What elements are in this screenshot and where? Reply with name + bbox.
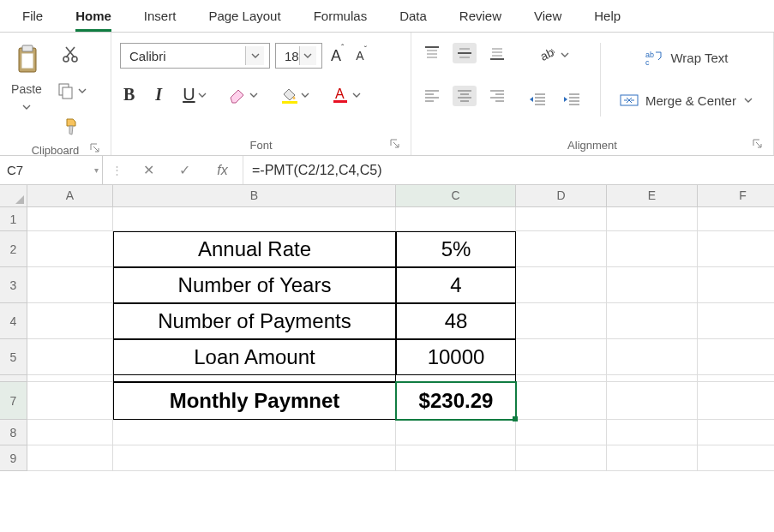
cell-c9[interactable]	[396, 445, 516, 471]
increase-font-button[interactable]: Aˆ	[327, 45, 347, 68]
tab-insert[interactable]: Insert	[144, 5, 177, 32]
tab-view[interactable]: View	[534, 5, 561, 32]
merge-center-button[interactable]: Merge & Center	[616, 89, 757, 111]
cell-c7[interactable]: $230.29	[396, 382, 516, 420]
paste-dropdown[interactable]	[18, 99, 35, 115]
cell-a7[interactable]	[27, 382, 113, 420]
cell-a2[interactable]	[27, 231, 113, 267]
cell-f2[interactable]	[698, 231, 774, 267]
col-header-c[interactable]: C	[396, 185, 516, 207]
increase-indent-button[interactable]	[559, 89, 585, 110]
font-name-select[interactable]: Calibri	[120, 43, 270, 69]
fill-color-button[interactable]	[276, 83, 314, 107]
tab-formulas[interactable]: Formulas	[314, 5, 368, 32]
cell-c1[interactable]	[396, 207, 516, 231]
bold-button[interactable]: B	[120, 82, 138, 107]
row-header-6-collapsed[interactable]	[0, 375, 27, 382]
enter-formula-button[interactable]: ✓	[166, 156, 202, 184]
row-header-2[interactable]: 2	[0, 231, 27, 267]
cell-c3[interactable]: 4	[396, 267, 516, 303]
insert-function-button[interactable]: fx	[202, 156, 243, 184]
tab-review[interactable]: Review	[459, 5, 501, 32]
orientation-button[interactable]: ab	[536, 43, 573, 67]
row-header-4[interactable]: 4	[0, 303, 27, 339]
cell-b2[interactable]: Annual Rate	[113, 231, 396, 267]
row-header-5[interactable]: 5	[0, 339, 27, 375]
col-header-d[interactable]: D	[516, 185, 607, 207]
col-header-a[interactable]: A	[27, 185, 113, 207]
cell-e3[interactable]	[607, 267, 698, 303]
name-box-resize[interactable]: ⋮	[103, 156, 130, 184]
cell-b1[interactable]	[113, 207, 396, 231]
cell-d9[interactable]	[516, 445, 607, 471]
cell-b9[interactable]	[113, 445, 396, 471]
cell-a6[interactable]	[27, 375, 113, 382]
cell-d1[interactable]	[516, 207, 607, 231]
format-painter-button[interactable]	[58, 115, 86, 140]
cell-a1[interactable]	[27, 207, 113, 231]
name-box[interactable]: C7 ▾	[0, 156, 103, 184]
decrease-font-button[interactable]: Aˇ	[352, 46, 370, 65]
cell-f3[interactable]	[698, 267, 774, 303]
align-middle-button[interactable]	[453, 43, 477, 63]
font-color-button[interactable]: A	[327, 83, 365, 107]
select-all-corner[interactable]	[0, 185, 27, 207]
copy-button[interactable]	[53, 79, 91, 103]
cell-a9[interactable]	[27, 445, 113, 471]
align-center-button[interactable]	[453, 86, 477, 106]
cell-b4[interactable]: Number of Payments	[113, 303, 396, 339]
tab-help[interactable]: Help	[594, 5, 621, 32]
cell-a4[interactable]	[27, 303, 113, 339]
tab-home[interactable]: Home	[75, 5, 111, 32]
cut-button[interactable]	[59, 43, 85, 67]
cell-e2[interactable]	[607, 231, 698, 267]
cell-d3[interactable]	[516, 267, 607, 303]
tab-page-layout[interactable]: Page Layout	[208, 5, 280, 32]
cell-c2[interactable]: 5%	[396, 231, 516, 267]
cell-b3[interactable]: Number of Years	[113, 267, 396, 303]
align-left-button[interactable]	[420, 86, 444, 106]
cell-d6[interactable]	[516, 375, 607, 382]
cell-d2[interactable]	[516, 231, 607, 267]
cell-f9[interactable]	[698, 445, 774, 471]
row-header-9[interactable]: 9	[0, 445, 27, 471]
col-header-f[interactable]: F	[698, 185, 774, 207]
tab-file[interactable]: File	[22, 5, 43, 32]
cell-a5[interactable]	[27, 339, 113, 375]
cell-e8[interactable]	[607, 420, 698, 445]
col-header-e[interactable]: E	[607, 185, 698, 207]
cell-e7[interactable]	[607, 382, 698, 420]
cell-f6[interactable]	[698, 375, 774, 382]
cell-f5[interactable]	[698, 339, 774, 375]
row-header-3[interactable]: 3	[0, 267, 27, 303]
tab-data[interactable]: Data	[399, 5, 427, 32]
cell-e6[interactable]	[607, 375, 698, 382]
align-right-button[interactable]	[485, 86, 509, 106]
row-header-1[interactable]: 1	[0, 207, 27, 231]
cell-e5[interactable]	[607, 339, 698, 375]
cancel-formula-button[interactable]: ✕	[130, 156, 166, 184]
cell-c5[interactable]: 10000	[396, 339, 516, 375]
clipboard-launcher[interactable]	[90, 143, 102, 155]
font-size-select[interactable]: 18	[275, 43, 322, 69]
cell-c4[interactable]: 48	[396, 303, 516, 339]
cell-b6[interactable]	[113, 375, 396, 382]
font-launcher[interactable]	[390, 139, 402, 151]
row-header-8[interactable]: 8	[0, 420, 27, 445]
cell-e9[interactable]	[607, 445, 698, 471]
cell-f8[interactable]	[698, 420, 774, 445]
align-top-button[interactable]	[420, 43, 444, 63]
cell-a8[interactable]	[27, 420, 113, 445]
underline-button[interactable]: U	[179, 82, 210, 107]
cell-b7[interactable]: Monthly Paymnet	[113, 382, 396, 420]
align-bottom-button[interactable]	[485, 43, 509, 63]
borders-button[interactable]	[225, 83, 262, 107]
cell-c8[interactable]	[396, 420, 516, 445]
paste-button[interactable]	[9, 41, 45, 79]
cell-b8[interactable]	[113, 420, 396, 445]
cell-f7[interactable]	[698, 382, 774, 420]
row-header-7[interactable]: 7	[0, 382, 27, 420]
cell-d4[interactable]	[516, 303, 607, 339]
alignment-launcher[interactable]	[753, 139, 765, 151]
wrap-text-button[interactable]: ab c Wrap Text	[616, 46, 757, 69]
